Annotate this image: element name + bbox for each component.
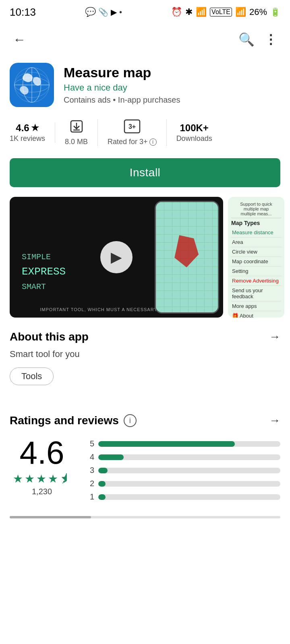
about-arrow[interactable]: →	[269, 330, 280, 343]
age-rating-icon: 3+	[124, 119, 141, 137]
stat-downloads: 100K+ Downloads	[167, 122, 222, 143]
star-3: ★	[36, 472, 46, 485]
stat-rated-label: Rated for 3+ i	[108, 138, 157, 146]
video-line1: SIMPLE	[22, 251, 66, 264]
bar-fill-4	[98, 454, 124, 460]
side-menu-item-2: Area	[231, 237, 281, 247]
bar-track-4	[98, 454, 280, 460]
ratings-section: Ratings and reviews i → 4.6 ★ ★ ★ ★ ⯨ 1,…	[0, 401, 290, 510]
top-nav: ← 🔍 ⋮	[0, 24, 290, 59]
download-icon	[69, 119, 84, 137]
star-5-half: ⯨	[60, 472, 71, 485]
bar-fill-2	[98, 481, 106, 487]
app-header: Measure map Have a nice day Contains ads…	[0, 59, 290, 115]
bar-track-1	[98, 494, 280, 500]
status-right-icons: ⏰ ✱ 📶 VoLTE 📶 26% 🔋	[171, 7, 280, 17]
bar-row-3: 3	[86, 466, 280, 475]
star-4: ★	[48, 472, 58, 485]
more-button[interactable]: ⋮	[259, 28, 282, 51]
ratings-arrow[interactable]: →	[269, 414, 280, 427]
app-info: Measure map Have a nice day Contains ads…	[64, 63, 280, 105]
bar-track-2	[98, 481, 280, 487]
install-btn-container: Install	[0, 154, 290, 197]
side-menu-item-7: Send us your feedback	[231, 286, 281, 301]
video-thumbnail[interactable]: SIMPLE EXPRESS SMART ▶ IMPORTANT TOOL, W…	[10, 197, 223, 318]
video-text-overlay: SIMPLE EXPRESS SMART	[22, 251, 66, 293]
nav-right-buttons: 🔍 ⋮	[235, 28, 282, 51]
stat-reviews-label: 1K reviews	[10, 134, 45, 143]
stat-downloads-label: Downloads	[176, 134, 212, 143]
side-header: Support to quickmultiple mapmultiple mea…	[231, 200, 281, 218]
search-button[interactable]: 🔍	[235, 28, 258, 51]
battery-icon: 🔋	[270, 7, 280, 17]
stat-size: 8.0 MB	[55, 119, 98, 146]
search-icon: 🔍	[238, 32, 255, 47]
wifi-icon: 📶	[196, 7, 207, 17]
signal-icon: 📶	[235, 7, 246, 17]
bar-track-3	[98, 468, 280, 473]
about-section: About this app → Smart tool for you Tool…	[0, 318, 290, 389]
phone-mockup	[155, 201, 219, 314]
video-line2: EXPRESS	[22, 264, 66, 281]
back-icon: ←	[13, 32, 26, 47]
bar-label-4: 4	[86, 452, 94, 462]
screenshot-side[interactable]: Support to quickmultiple mapmultiple mea…	[228, 197, 284, 318]
ratings-header: Ratings and reviews i →	[10, 414, 280, 427]
big-rating-number: 4.6	[19, 437, 64, 469]
tools-tag[interactable]: Tools	[10, 367, 54, 385]
info-icon-small: i	[149, 138, 157, 146]
scroll-indicator-container	[0, 510, 290, 518]
volte-icon: VoLTE	[210, 8, 232, 17]
bar-label-1: 1	[86, 492, 94, 502]
whatsapp-icon: 💬	[85, 7, 96, 17]
youtube-icon: ▶	[111, 7, 117, 17]
bar-row-4: 4	[86, 452, 280, 462]
more-icon: ⋮	[264, 32, 277, 47]
side-menu-item-8: More apps	[231, 301, 281, 311]
video-line3: SMART	[22, 281, 66, 293]
play-button[interactable]: ▶	[100, 241, 133, 273]
about-title: About this app	[10, 330, 89, 343]
ratings-title: Ratings and reviews	[10, 414, 119, 427]
globe-icon	[14, 67, 50, 103]
bar-label-5: 5	[86, 439, 94, 448]
side-menu-item-5: Setting	[231, 266, 281, 276]
rating-bars: 5 4 3 2 1	[86, 437, 280, 502]
bar-fill-1	[98, 494, 106, 500]
ratings-info-button[interactable]: i	[124, 414, 137, 427]
dot-icon: •	[119, 8, 122, 17]
stat-size-label: 8.0 MB	[65, 138, 88, 146]
about-section-header: About this app →	[10, 330, 280, 343]
stat-downloads-value: 100K+	[180, 122, 208, 134]
bar-row-2: 2	[86, 479, 280, 488]
bluetooth-icon: ✱	[185, 7, 193, 17]
phone-screen	[156, 202, 218, 312]
status-bar: 10:13 💬 📎 ▶ • ⏰ ✱ 📶 VoLTE 📶 26% 🔋	[0, 0, 290, 24]
about-description: Smart tool for you	[10, 349, 280, 359]
side-menu-item-9: 🎁 About	[231, 311, 281, 318]
app-developer[interactable]: Have a nice day	[64, 83, 280, 93]
bar-track-5	[98, 441, 280, 447]
side-menu-title: Map Types	[231, 220, 281, 226]
ratings-title-group: Ratings and reviews i	[10, 414, 137, 427]
side-menu-item-6: Remove Advertising	[231, 276, 281, 286]
review-count: 1,230	[32, 487, 52, 496]
stat-rating: 4.6 ★ 1K reviews	[10, 122, 55, 143]
scroll-track	[10, 516, 280, 518]
bar-row-5: 5	[86, 439, 280, 448]
alarm-icon: ⏰	[171, 7, 182, 17]
star-1: ★	[13, 472, 23, 485]
install-button[interactable]: Install	[10, 158, 280, 187]
star-2: ★	[25, 472, 35, 485]
svg-text:3+: 3+	[128, 123, 136, 130]
app-title: Measure map	[64, 64, 280, 81]
star-icon: ★	[31, 123, 39, 133]
map-area	[156, 202, 218, 312]
back-button[interactable]: ←	[8, 28, 31, 51]
screenshots-strip: SIMPLE EXPRESS SMART ▶ IMPORTANT TOOL, W…	[0, 197, 290, 318]
app-icon	[10, 63, 54, 107]
stat-rated: 3+ Rated for 3+ i	[98, 119, 167, 146]
ratings-body: 4.6 ★ ★ ★ ★ ⯨ 1,230 5 4 3	[10, 437, 280, 502]
attachment-icon: 📎	[98, 7, 108, 17]
stat-rating-value: 4.6 ★	[16, 122, 39, 134]
